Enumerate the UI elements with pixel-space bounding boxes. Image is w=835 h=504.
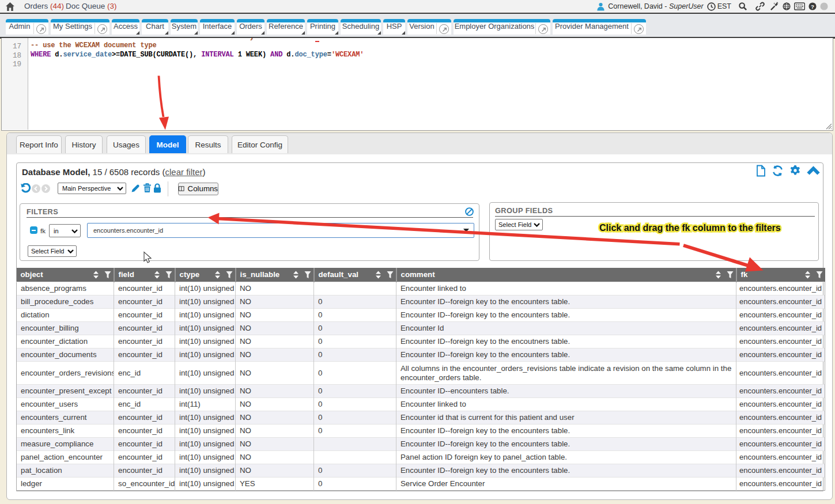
svg-text:?: ?: [811, 3, 814, 10]
